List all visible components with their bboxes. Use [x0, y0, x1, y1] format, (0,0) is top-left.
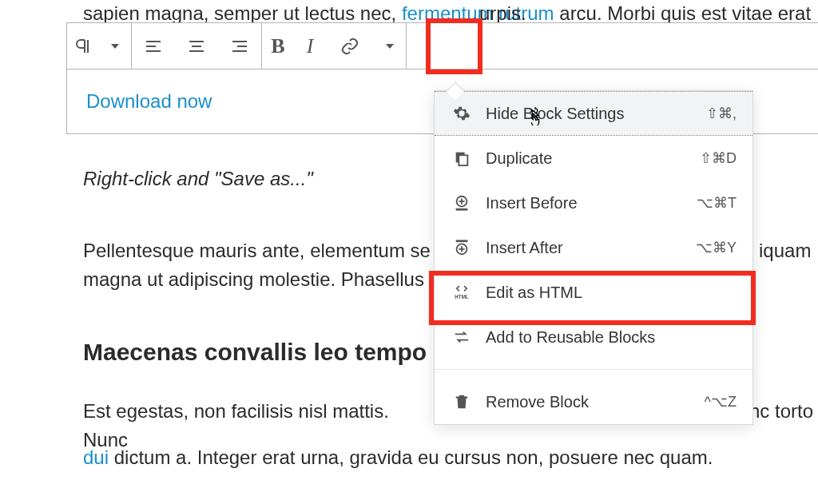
menu-add-reusable[interactable]: Add to Reusable Blocks [435, 315, 752, 359]
body-link[interactable]: fermentum rutrum [402, 2, 554, 24]
html-icon: HTML [451, 281, 473, 304]
gear-icon [451, 102, 473, 125]
text: dictum a. Integer erat urna, gravida eu … [109, 446, 713, 468]
menu-insert-after[interactable]: Insert After ⌥⌘Y [435, 225, 752, 270]
duplicate-icon [451, 147, 473, 169]
menu-label: Insert After [486, 239, 696, 257]
chevron-down-icon [111, 44, 119, 49]
body-link[interactable]: dui [83, 446, 109, 468]
bold-icon: B [271, 34, 284, 58]
align-right-icon [230, 37, 249, 56]
block-options-menu: Hide Block Settings ⇧⌘, Duplicate ⇧⌘D In… [434, 90, 753, 425]
download-link[interactable]: Download now [86, 90, 212, 113]
align-left-icon [144, 37, 163, 56]
align-center-icon [187, 37, 206, 56]
more-formatting-dropdown[interactable] [374, 24, 406, 69]
toolbar-row: B I [67, 23, 818, 69]
trash-icon [451, 391, 473, 413]
bold-button[interactable]: B [262, 24, 294, 69]
body-text: dui dictum a. Integer erat urna, gravida… [83, 443, 818, 472]
menu-shortcut: ⇧⌘, [706, 105, 737, 122]
hint-text: Right-click and "Save as..." [83, 165, 313, 193]
menu-shortcut: ⌥⌘Y [696, 239, 737, 256]
svg-text:HTML: HTML [455, 294, 469, 300]
svg-point-1 [427, 45, 431, 48]
menu-duplicate[interactable]: Duplicate ⇧⌘D [435, 136, 752, 181]
more-vertical-icon [419, 37, 439, 56]
svg-rect-4 [459, 155, 467, 165]
menu-separator [435, 369, 752, 370]
chevron-down-icon [386, 44, 394, 49]
align-left-button[interactable] [132, 24, 175, 69]
block-type-dropdown[interactable] [99, 24, 131, 69]
body-text: Pellentesque mauris ante, elementum se [83, 236, 435, 265]
align-center-button[interactable] [175, 24, 218, 69]
menu-edit-as-html[interactable]: HTML Edit as HTML [435, 270, 752, 315]
menu-insert-before[interactable]: Insert Before ⌥⌘T [435, 181, 752, 225]
menu-shortcut: ⌥⌘T [697, 194, 737, 212]
link-button[interactable] [326, 24, 374, 69]
menu-label: Duplicate [486, 149, 700, 168]
body-text: magna ut adipiscing molestie. Phasellus [83, 265, 435, 294]
insert-before-icon [451, 192, 473, 214]
menu-label: Add to Reusable Blocks [486, 328, 737, 347]
text: sapien magna, semper ut lectus nec, [83, 2, 402, 24]
body-text: nc torto [749, 397, 813, 426]
svg-point-2 [427, 50, 431, 54]
menu-label: Hide Block Settings [486, 105, 706, 123]
menu-remove-block[interactable]: Remove Block ^⌥Z [435, 379, 752, 424]
block-type-button[interactable] [67, 24, 99, 69]
more-options-button[interactable] [407, 24, 451, 69]
menu-hide-block-settings[interactable]: Hide Block Settings ⇧⌘, [435, 91, 752, 136]
body-text: iquam [759, 236, 811, 265]
section-heading: Maecenas convallis leo tempo [83, 334, 427, 370]
align-right-button[interactable] [218, 24, 261, 69]
italic-button[interactable]: I [294, 24, 326, 69]
menu-label: Remove Block [486, 393, 705, 411]
menu-shortcut: ^⌥Z [705, 393, 737, 411]
svg-point-0 [427, 39, 431, 42]
reusable-icon [451, 326, 473, 348]
insert-after-icon [451, 236, 473, 259]
italic-icon: I [307, 34, 314, 58]
menu-label: Edit as HTML [486, 284, 737, 302]
menu-label: Insert Before [486, 194, 697, 212]
link-icon [340, 37, 359, 56]
paragraph-icon [73, 37, 93, 56]
menu-shortcut: ⇧⌘D [700, 149, 737, 167]
